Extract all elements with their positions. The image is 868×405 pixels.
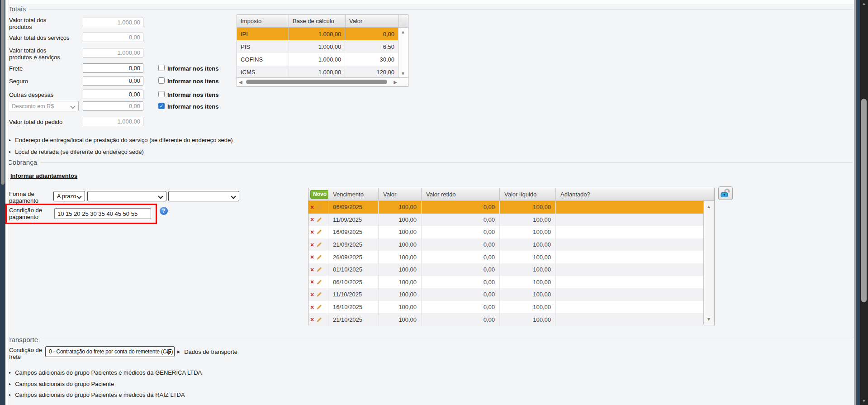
tax-cell-base: 1.000,00 <box>289 66 346 78</box>
field-input-desconto[interactable]: 0,00 <box>83 101 143 111</box>
payments-header-vencimento[interactable]: Vencimento <box>328 188 379 200</box>
payment-adiantado <box>556 251 704 263</box>
dados-transporte-toggle[interactable]: ▶ Dados de transporte <box>177 348 237 355</box>
edit-payment-icon[interactable] <box>316 267 322 272</box>
edit-payment-icon[interactable] <box>316 317 322 323</box>
scroll-left-icon[interactable]: ◀ <box>239 80 242 85</box>
scroll-down-icon[interactable]: ▼ <box>401 71 405 76</box>
payments-scrollbar[interactable]: ▲▼ <box>703 201 714 325</box>
left-panel-scrollbar-track[interactable] <box>0 0 5 405</box>
tax-horizontal-scrollbar[interactable]: ◀▶ <box>237 77 408 86</box>
field-input-valor-total-produtos[interactable]: 1.000,00 <box>83 18 143 27</box>
payment-row-0[interactable]: ×06/09/2025100,000,00100,00 <box>308 201 704 214</box>
delete-payment-icon[interactable]: × <box>310 229 314 235</box>
help-icon[interactable]: ? <box>160 207 168 215</box>
scroll-up-icon[interactable]: ▲ <box>707 204 711 209</box>
payment-row-1[interactable]: ×11/09/2025100,000,00100,00 <box>308 214 704 226</box>
tax-header-1[interactable]: Base de cálculo <box>289 15 346 27</box>
delete-payment-icon[interactable]: × <box>310 204 314 210</box>
collapsible-campos-adicionais-0[interactable]: ▶Campos adicionais do grupo Pacientes e … <box>8 369 202 376</box>
tax-hscroll-thumb[interactable] <box>246 80 387 84</box>
field-input-frete[interactable]: 0,00 <box>83 63 143 73</box>
edit-payment-icon[interactable] <box>316 304 322 310</box>
scroll-right-icon[interactable]: ▶ <box>394 80 397 85</box>
desconto-type-select[interactable]: Desconto em R$ <box>8 101 79 111</box>
payments-table-body: ×06/09/2025100,000,00100,00×11/09/202510… <box>308 201 704 326</box>
collapsible-label: Local de retirada (se diferente do ender… <box>15 148 144 155</box>
payment-row-5[interactable]: ×01/10/2025100,000,00100,00 <box>308 263 704 276</box>
informar-checkbox-1[interactable] <box>158 77 165 84</box>
field-input-valor-total-produtos-servicos[interactable]: 1.000,00 <box>83 48 143 57</box>
payment-actions: × <box>308 214 328 226</box>
tax-row-icms[interactable]: ICMS1.000,00120,00 <box>237 66 398 78</box>
informar-checkbox-0[interactable] <box>158 65 165 71</box>
scroll-down-icon[interactable]: ▼ <box>860 399 868 403</box>
payment-row-2[interactable]: ×16/09/2025100,000,00100,00 <box>308 226 704 238</box>
forma-pagamento-select-2[interactable] <box>87 191 166 201</box>
edit-payment-icon[interactable] <box>316 291 322 297</box>
informar-checkbox-3[interactable]: ✓ <box>158 103 165 109</box>
delete-payment-icon[interactable]: × <box>310 304 314 310</box>
section-cobranca: Cobrança <box>8 158 853 166</box>
delete-payment-icon[interactable]: × <box>310 267 314 273</box>
delete-payment-icon[interactable]: × <box>310 254 314 260</box>
payments-header-valor[interactable]: Valor <box>379 188 422 200</box>
payment-row-4[interactable]: ×26/09/2025100,000,00100,00 <box>308 251 704 263</box>
delete-payment-icon[interactable]: × <box>310 242 314 248</box>
tax-header-2[interactable]: Valor <box>346 15 399 27</box>
payment-valor-liquido: 100,00 <box>500 301 556 314</box>
delete-payment-icon[interactable]: × <box>310 316 314 323</box>
tax-row-pis[interactable]: PIS1.000,006,50 <box>237 40 398 53</box>
left-panel-scrollbar-thumb[interactable] <box>1 0 5 185</box>
payment-adiantado <box>556 276 704 289</box>
collapsible-campos-adicionais-1[interactable]: ▶Campos adicionais do grupo Paciente <box>8 381 114 387</box>
collapsible-endereco-1[interactable]: ▶Local de retirada (se diferente do ende… <box>8 148 144 155</box>
edit-payment-icon[interactable] <box>316 229 322 235</box>
edit-payment-icon[interactable] <box>316 204 322 210</box>
tax-row-ipi[interactable]: IPI1.000,000,00 <box>237 28 398 40</box>
payment-row-7[interactable]: ×11/10/2025100,000,00100,00 <box>308 288 704 301</box>
page-scrollbar-thumb[interactable] <box>861 99 867 302</box>
edit-payment-icon[interactable] <box>316 254 322 260</box>
condicao-frete-select[interactable]: 0 - Contratação do frete por conta do re… <box>45 346 175 357</box>
payment-valor-liquido: 100,00 <box>500 226 556 238</box>
payment-valor-retido: 0,00 <box>422 288 500 301</box>
collapsible-campos-adicionais-2[interactable]: ▶Campos adicionais do grupo Pacientes e … <box>8 391 185 398</box>
scroll-up-icon[interactable]: ▲ <box>860 1 868 6</box>
new-payment-button[interactable]: Novo <box>310 190 328 199</box>
condicao-pagamento-input[interactable]: 10 15 20 25 30 35 40 45 50 55 <box>54 208 151 219</box>
tax-header-0[interactable]: Imposto <box>237 15 289 27</box>
delete-payment-icon[interactable]: × <box>310 279 314 285</box>
edit-payment-icon[interactable] <box>316 217 322 223</box>
edit-payment-icon[interactable] <box>316 279 322 285</box>
dados-transporte-label: Dados de transporte <box>184 348 237 355</box>
payment-actions: × <box>308 263 328 276</box>
scroll-down-icon[interactable]: ▼ <box>707 317 711 322</box>
field-input-seguro[interactable]: 0,00 <box>83 76 143 86</box>
payment-row-6[interactable]: ×06/10/2025100,000,00100,00 <box>308 276 704 289</box>
scroll-up-icon[interactable]: ▲ <box>401 29 405 34</box>
field-input-outras-despesas[interactable]: 0,00 <box>83 90 143 99</box>
unlocked-padlock-icon <box>720 188 731 198</box>
delete-payment-icon[interactable]: × <box>310 216 314 223</box>
payments-header-adiantado[interactable]: Adiantado? <box>556 188 714 200</box>
payment-valor: 100,00 <box>379 313 422 326</box>
payments-header-valor-liquido[interactable]: Valor líquido <box>500 188 556 200</box>
informar-adiantamentos-link[interactable]: Informar adiantamentos <box>10 172 77 179</box>
lock-button[interactable] <box>718 186 733 200</box>
payment-row-3[interactable]: ×21/09/2025100,000,00100,00 <box>308 238 704 251</box>
forma-pagamento-select-3[interactable] <box>168 191 239 201</box>
payment-row-9[interactable]: ×21/10/2025100,000,00100,00 <box>308 313 704 326</box>
edit-payment-icon[interactable] <box>316 242 322 248</box>
tax-vertical-scrollbar[interactable]: ▲▼ <box>398 28 408 78</box>
payments-header-valor-retido[interactable]: Valor retido <box>422 188 500 200</box>
tax-table-header: ImpostoBase de cálculoValor <box>237 15 408 28</box>
delete-payment-icon[interactable]: × <box>310 291 314 298</box>
payment-row-8[interactable]: ×16/10/2025100,000,00100,00 <box>308 301 704 314</box>
forma-pagamento-select[interactable]: A prazo <box>53 191 85 201</box>
collapsible-endereco-0[interactable]: ▶Endereço de entrega/local de prestação … <box>8 137 232 143</box>
field-input-valor-total-servicos[interactable]: 0,00 <box>83 33 143 42</box>
informar-checkbox-2[interactable] <box>158 91 165 97</box>
tax-row-cofins[interactable]: COFINS1.000,0030,00 <box>237 53 398 66</box>
field-input-valor-total-pedido[interactable]: 1.000,00 <box>83 117 143 126</box>
